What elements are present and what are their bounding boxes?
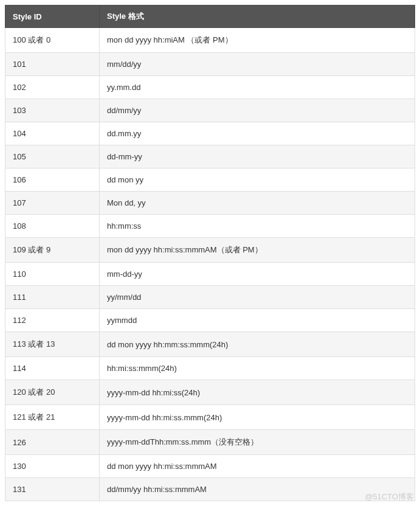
cell-style-format: dd mon yyyy hh:mm:ss:mmm(24h) (100, 332, 415, 357)
cell-style-id: 121 或者 21 (5, 405, 100, 430)
cell-style-id: 102 (5, 76, 100, 99)
table-row: 108hh:mm:ss (5, 215, 415, 238)
table-row: 102yy.mm.dd (5, 76, 415, 99)
table-row: 114hh:mi:ss:mmm(24h) (5, 357, 415, 380)
cell-style-format: dd.mm.yy (100, 122, 415, 145)
table-body: 100 或者 0mon dd yyyy hh:miAM （或者 PM）101mm… (5, 28, 415, 501)
table-row: 100 或者 0mon dd yyyy hh:miAM （或者 PM） (5, 28, 415, 53)
cell-style-id: 103 (5, 99, 100, 122)
cell-style-id: 106 (5, 168, 100, 192)
table-row: 113 或者 13dd mon yyyy hh:mm:ss:mmm(24h) (5, 332, 415, 357)
table-row: 110mm-dd-yy (5, 263, 415, 286)
cell-style-format: mon dd yyyy hh:miAM （或者 PM） (100, 28, 415, 53)
cell-style-id: 104 (5, 122, 100, 145)
cell-style-format: hh:mm:ss (100, 215, 415, 238)
cell-style-format: dd-mm-yy (100, 145, 415, 168)
cell-style-id: 105 (5, 145, 100, 168)
cell-style-id: 107 (5, 192, 100, 215)
cell-style-format: yy/mm/dd (100, 286, 415, 309)
table-row: 106dd mon yy (5, 168, 415, 192)
table-header-row: Style ID Style 格式 (5, 5, 415, 28)
cell-style-format: dd mon yy (100, 168, 415, 192)
cell-style-id: 120 或者 20 (5, 380, 100, 405)
cell-style-format: yyyy-mm-dd hh:mi:ss.mmm(24h) (100, 405, 415, 430)
cell-style-format: mm-dd-yy (100, 263, 415, 286)
cell-style-format: Mon dd, yy (100, 192, 415, 215)
cell-style-id: 111 (5, 286, 100, 309)
table-row: 130dd mon yyyy hh:mi:ss:mmmAM (5, 455, 415, 478)
cell-style-format: yyyy-mm-dd hh:mi:ss(24h) (100, 380, 415, 405)
cell-style-id: 114 (5, 357, 100, 380)
style-format-table: Style ID Style 格式 100 或者 0mon dd yyyy hh… (5, 5, 415, 501)
cell-style-id: 108 (5, 215, 100, 238)
cell-style-id: 100 或者 0 (5, 28, 100, 53)
table-row: 103dd/mm/yy (5, 99, 415, 122)
cell-style-id: 101 (5, 53, 100, 76)
cell-style-format: yyyy-mm-ddThh:mm:ss.mmm（没有空格） (100, 430, 415, 455)
header-style-format: Style 格式 (100, 5, 415, 28)
cell-style-id: 126 (5, 430, 100, 455)
cell-style-id: 109 或者 9 (5, 238, 100, 263)
table-row: 121 或者 21yyyy-mm-dd hh:mi:ss.mmm(24h) (5, 405, 415, 430)
header-style-id: Style ID (5, 5, 100, 28)
cell-style-format: dd mon yyyy hh:mi:ss:mmmAM (100, 455, 415, 478)
table-row: 107Mon dd, yy (5, 192, 415, 215)
table-row: 111yy/mm/dd (5, 286, 415, 309)
cell-style-format: yy.mm.dd (100, 76, 415, 99)
cell-style-format: yymmdd (100, 309, 415, 332)
cell-style-id: 113 或者 13 (5, 332, 100, 357)
table-row: 131dd/mm/yy hh:mi:ss:mmmAM (5, 478, 415, 501)
table-row: 120 或者 20yyyy-mm-dd hh:mi:ss(24h) (5, 380, 415, 405)
cell-style-format: mm/dd/yy (100, 53, 415, 76)
cell-style-id: 110 (5, 263, 100, 286)
cell-style-format: dd/mm/yy (100, 99, 415, 122)
table-row: 126yyyy-mm-ddThh:mm:ss.mmm（没有空格） (5, 430, 415, 455)
table-row: 109 或者 9mon dd yyyy hh:mi:ss:mmmAM（或者 PM… (5, 238, 415, 263)
table-row: 104dd.mm.yy (5, 122, 415, 145)
table-row: 105dd-mm-yy (5, 145, 415, 168)
cell-style-id: 130 (5, 455, 100, 478)
cell-style-format: dd/mm/yy hh:mi:ss:mmmAM (100, 478, 415, 501)
cell-style-format: hh:mi:ss:mmm(24h) (100, 357, 415, 380)
table-row: 112yymmdd (5, 309, 415, 332)
cell-style-id: 131 (5, 478, 100, 501)
cell-style-format: mon dd yyyy hh:mi:ss:mmmAM（或者 PM） (100, 238, 415, 263)
cell-style-id: 112 (5, 309, 100, 332)
table-row: 101mm/dd/yy (5, 53, 415, 76)
